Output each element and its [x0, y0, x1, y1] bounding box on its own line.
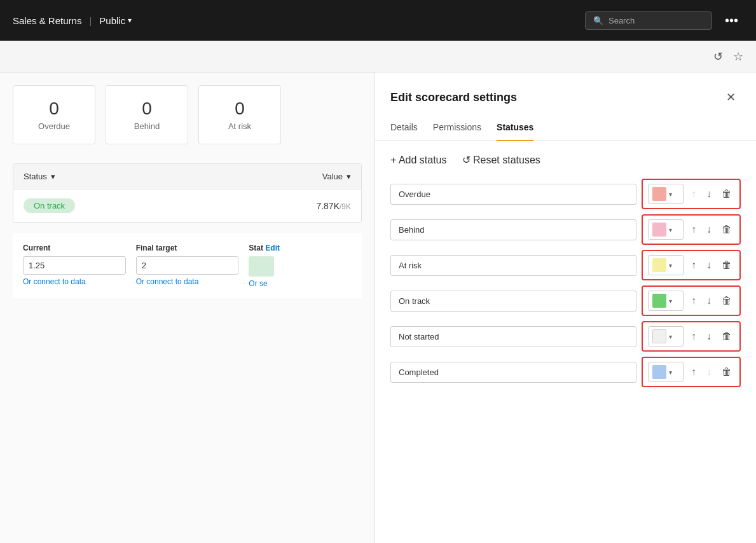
color-chevron-behind: ▾ — [669, 226, 672, 233]
move-up-overdue-button[interactable]: ↑ — [689, 187, 699, 201]
color-dropdown-overdue[interactable]: ▾ — [648, 184, 684, 204]
final-target-input[interactable] — [136, 256, 239, 275]
refresh-icon[interactable]: ↺ — [713, 50, 723, 64]
favorite-icon[interactable]: ☆ — [733, 50, 743, 64]
panel-header: Edit scorecard settings ✕ — [375, 72, 756, 117]
panel-title: Edit scorecard settings — [390, 91, 517, 104]
delete-completed-button[interactable]: 🗑 — [719, 365, 734, 379]
color-dropdown-atrisk[interactable]: ▾ — [648, 255, 684, 275]
color-dropdown-completed[interactable]: ▾ — [648, 362, 684, 382]
reset-statuses-label: ↺ Reset statuses — [462, 154, 540, 166]
move-up-atrisk-button[interactable]: ↑ — [689, 258, 699, 272]
move-down-behind-button[interactable]: ↓ — [704, 223, 714, 237]
status-column-header[interactable]: Status ▾ — [24, 172, 55, 181]
status-name-notstarted[interactable] — [390, 326, 636, 347]
left-panel: 0 Overdue 0 Behind 0 At risk Status ▾ Va… — [0, 72, 375, 543]
move-down-notstarted-button[interactable]: ↓ — [704, 329, 714, 343]
right-panel: Edit scorecard settings ✕ Details Permis… — [375, 72, 756, 543]
color-swatch-ontrack — [652, 294, 666, 308]
visibility-dropdown[interactable]: Public ▾ — [99, 15, 132, 26]
status-item-ontrack: ▾ ↑ ↓ 🗑 — [390, 285, 741, 316]
color-dropdown-ontrack[interactable]: ▾ — [648, 291, 684, 311]
value-col-chevron-icon: ▾ — [347, 172, 351, 181]
search-icon: 🔍 — [593, 16, 603, 25]
search-box[interactable]: 🔍 Search — [585, 11, 712, 30]
move-down-overdue-button[interactable]: ↓ — [704, 187, 714, 201]
atrisk-label: At risk — [218, 121, 261, 131]
status-col-edit: Stat Edit Or se — [249, 244, 352, 288]
stat-cards: 0 Overdue 0 Behind 0 At risk — [13, 85, 362, 144]
delete-behind-button[interactable]: 🗑 — [719, 223, 734, 237]
stat-card-behind: 0 Behind — [106, 85, 188, 144]
move-up-notstarted-button[interactable]: ↑ — [689, 329, 699, 343]
add-status-label: + Add status — [390, 155, 447, 166]
bottom-info: Current Or connect to data Final target … — [13, 233, 362, 298]
current-input[interactable] — [23, 256, 126, 275]
status-list: ▾ ↑ ↓ 🗑 ▾ ↑ ↓ 🗑 — [375, 179, 756, 543]
toolbar-row: ↺ ☆ — [0, 41, 756, 72]
behind-count: 0 — [125, 99, 168, 119]
atrisk-count: 0 — [218, 99, 261, 119]
color-swatch-overdue — [652, 187, 666, 201]
color-dropdown-behind[interactable]: ▾ — [648, 219, 684, 240]
current-label: Current — [23, 244, 126, 252]
status-item-behind: ▾ ↑ ↓ 🗑 — [390, 214, 741, 245]
tab-statuses[interactable]: Statuses — [497, 117, 533, 141]
move-up-completed-button[interactable]: ↑ — [689, 365, 699, 379]
color-swatch-atrisk — [652, 258, 666, 272]
visibility-label: Public — [99, 15, 125, 26]
table-row: On track 7.87K/9K — [13, 189, 361, 223]
color-chevron-notstarted: ▾ — [669, 333, 672, 340]
edit-link[interactable]: Edit — [265, 244, 280, 252]
status-name-overdue[interactable] — [390, 184, 636, 205]
behind-label: Behind — [125, 121, 168, 131]
status-name-atrisk[interactable] — [390, 255, 636, 276]
more-options-button[interactable]: ••• — [720, 11, 743, 31]
delete-ontrack-button[interactable]: 🗑 — [719, 294, 734, 308]
stat-card-atrisk: 0 At risk — [198, 85, 281, 144]
status-name-completed[interactable] — [390, 362, 636, 383]
status-col-label: Status — [24, 172, 47, 181]
close-panel-button[interactable]: ✕ — [721, 88, 741, 107]
status-col-chevron-icon: ▾ — [51, 172, 55, 181]
status-color-block — [249, 256, 274, 277]
delete-notstarted-button[interactable]: 🗑 — [719, 329, 734, 343]
navbar-divider: | — [89, 15, 92, 26]
status-item-overdue: ▾ ↑ ↓ 🗑 — [390, 179, 741, 209]
status-item-atrisk: ▾ ↑ ↓ 🗑 — [390, 250, 741, 280]
status-edit-label: Stat Edit — [249, 244, 352, 252]
color-swatch-notstarted — [652, 329, 666, 343]
value-column-header[interactable]: Value ▾ — [322, 172, 351, 181]
current-connect-link[interactable]: Or connect to data — [23, 277, 126, 286]
delete-atrisk-button[interactable]: 🗑 — [719, 258, 734, 272]
stat-card-overdue: 0 Overdue — [13, 85, 95, 144]
table-area: Status ▾ Value ▾ On track 7.87K/9K — [13, 163, 362, 223]
status-actions-group-notstarted: ▾ ↑ ↓ 🗑 — [642, 321, 741, 352]
status-actions-group-ontrack: ▾ ↑ ↓ 🗑 — [642, 285, 741, 316]
add-status-button[interactable]: + Add status — [390, 152, 447, 168]
status-name-behind[interactable] — [390, 219, 636, 240]
status-connect-link[interactable]: Or se — [249, 279, 352, 288]
move-down-ontrack-button[interactable]: ↓ — [704, 294, 714, 308]
status-actions-group-behind: ▾ ↑ ↓ 🗑 — [642, 214, 741, 245]
color-chevron-atrisk: ▾ — [669, 262, 672, 269]
tab-permissions[interactable]: Permissions — [433, 117, 481, 141]
final-target-col: Final target Or connect to data — [136, 244, 239, 288]
status-actions-group: ▾ ↑ ↓ 🗑 — [642, 179, 741, 209]
tab-details[interactable]: Details — [390, 117, 418, 141]
status-item-completed: ▾ ↑ ↓ 🗑 — [390, 357, 741, 387]
move-up-behind-button[interactable]: ↑ — [689, 223, 699, 237]
search-placeholder: Search — [608, 16, 635, 25]
color-dropdown-notstarted[interactable]: ▾ — [648, 326, 684, 347]
color-swatch-behind — [652, 223, 666, 237]
reset-statuses-button[interactable]: ↺ Reset statuses — [462, 151, 540, 168]
delete-overdue-button[interactable]: 🗑 — [719, 187, 734, 201]
move-up-ontrack-button[interactable]: ↑ — [689, 294, 699, 308]
move-down-atrisk-button[interactable]: ↓ — [704, 258, 714, 272]
status-name-ontrack[interactable] — [390, 291, 636, 312]
panel-tabs: Details Permissions Statuses — [375, 117, 756, 141]
move-down-completed-button[interactable]: ↓ — [704, 365, 714, 379]
final-target-connect-link[interactable]: Or connect to data — [136, 277, 239, 286]
table-header: Status ▾ Value ▾ — [13, 164, 361, 189]
value-col-label: Value — [322, 172, 343, 181]
